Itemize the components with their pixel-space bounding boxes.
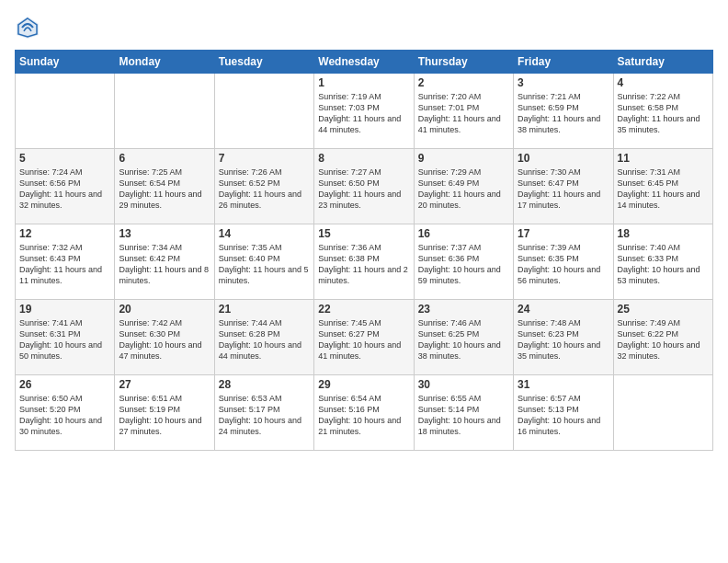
day-cell: 20Sunrise: 7:42 AM Sunset: 6:30 PM Dayli… (115, 300, 214, 375)
day-number: 1 (318, 76, 409, 89)
day-cell: 16Sunrise: 7:37 AM Sunset: 6:36 PM Dayli… (414, 224, 513, 300)
day-info: Sunrise: 7:35 AM Sunset: 6:40 PM Dayligh… (219, 242, 310, 287)
day-number: 26 (19, 378, 110, 391)
day-number: 5 (19, 152, 110, 165)
day-cell: 11Sunrise: 7:31 AM Sunset: 6:45 PM Dayli… (613, 149, 712, 224)
day-info: Sunrise: 7:20 AM Sunset: 7:01 PM Dayligh… (418, 91, 509, 136)
day-info: Sunrise: 7:49 AM Sunset: 6:22 PM Dayligh… (618, 317, 709, 362)
day-number: 4 (618, 76, 709, 89)
day-cell: 2Sunrise: 7:20 AM Sunset: 7:01 PM Daylig… (414, 74, 513, 149)
day-info: Sunrise: 7:45 AM Sunset: 6:27 PM Dayligh… (318, 317, 409, 362)
day-number: 8 (318, 152, 409, 165)
day-number: 20 (119, 303, 210, 316)
day-cell: 24Sunrise: 7:48 AM Sunset: 6:23 PM Dayli… (514, 300, 613, 375)
day-header-thursday: Thursday (414, 51, 513, 74)
day-info: Sunrise: 7:40 AM Sunset: 6:33 PM Dayligh… (618, 242, 709, 287)
day-cell: 12Sunrise: 7:32 AM Sunset: 6:43 PM Dayli… (16, 224, 115, 300)
week-row-2: 5Sunrise: 7:24 AM Sunset: 6:56 PM Daylig… (16, 149, 713, 224)
day-header-friday: Friday (514, 51, 613, 74)
day-header-monday: Monday (115, 51, 214, 74)
day-info: Sunrise: 7:31 AM Sunset: 6:45 PM Dayligh… (618, 167, 709, 212)
calendar-table: SundayMondayTuesdayWednesdayThursdayFrid… (15, 50, 713, 451)
day-cell: 17Sunrise: 7:39 AM Sunset: 6:35 PM Dayli… (514, 224, 613, 300)
day-cell (214, 74, 313, 149)
day-number: 9 (418, 152, 509, 165)
day-number: 19 (19, 303, 110, 316)
day-number: 3 (518, 76, 609, 89)
day-info: Sunrise: 7:37 AM Sunset: 6:36 PM Dayligh… (418, 242, 509, 287)
day-cell: 22Sunrise: 7:45 AM Sunset: 6:27 PM Dayli… (314, 300, 414, 375)
day-header-wednesday: Wednesday (314, 51, 414, 74)
day-cell (115, 74, 214, 149)
day-number: 15 (318, 227, 409, 240)
day-header-tuesday: Tuesday (214, 51, 313, 74)
day-number: 14 (219, 227, 310, 240)
day-cell: 3Sunrise: 7:21 AM Sunset: 6:59 PM Daylig… (514, 74, 613, 149)
day-info: Sunrise: 7:21 AM Sunset: 6:59 PM Dayligh… (518, 91, 609, 136)
day-number: 12 (19, 227, 110, 240)
day-cell: 9Sunrise: 7:29 AM Sunset: 6:49 PM Daylig… (414, 149, 513, 224)
page: SundayMondayTuesdayWednesdayThursdayFrid… (0, 0, 728, 563)
day-info: Sunrise: 6:53 AM Sunset: 5:17 PM Dayligh… (219, 393, 310, 438)
day-number: 24 (518, 303, 609, 316)
day-info: Sunrise: 7:44 AM Sunset: 6:28 PM Dayligh… (219, 317, 310, 362)
day-info: Sunrise: 7:27 AM Sunset: 6:50 PM Dayligh… (318, 167, 409, 212)
day-info: Sunrise: 7:39 AM Sunset: 6:35 PM Dayligh… (518, 242, 609, 287)
day-info: Sunrise: 6:51 AM Sunset: 5:19 PM Dayligh… (119, 393, 210, 438)
day-cell: 28Sunrise: 6:53 AM Sunset: 5:17 PM Dayli… (214, 375, 313, 451)
day-cell: 10Sunrise: 7:30 AM Sunset: 6:47 PM Dayli… (514, 149, 613, 224)
week-row-1: 1Sunrise: 7:19 AM Sunset: 7:03 PM Daylig… (16, 74, 713, 149)
day-number: 11 (618, 152, 709, 165)
day-info: Sunrise: 7:19 AM Sunset: 7:03 PM Dayligh… (318, 91, 409, 136)
day-cell: 15Sunrise: 7:36 AM Sunset: 6:38 PM Dayli… (314, 224, 414, 300)
day-number: 27 (119, 378, 210, 391)
day-number: 16 (418, 227, 509, 240)
day-number: 30 (418, 378, 509, 391)
week-row-3: 12Sunrise: 7:32 AM Sunset: 6:43 PM Dayli… (16, 224, 713, 300)
day-cell: 30Sunrise: 6:55 AM Sunset: 5:14 PM Dayli… (414, 375, 513, 451)
day-cell: 5Sunrise: 7:24 AM Sunset: 6:56 PM Daylig… (16, 149, 115, 224)
day-cell: 25Sunrise: 7:49 AM Sunset: 6:22 PM Dayli… (613, 300, 712, 375)
day-cell: 4Sunrise: 7:22 AM Sunset: 6:58 PM Daylig… (613, 74, 712, 149)
day-cell (613, 375, 712, 451)
day-number: 23 (418, 303, 509, 316)
day-number: 2 (418, 76, 509, 89)
logo (15, 15, 44, 40)
day-cell: 21Sunrise: 7:44 AM Sunset: 6:28 PM Dayli… (214, 300, 313, 375)
day-info: Sunrise: 7:22 AM Sunset: 6:58 PM Dayligh… (618, 91, 709, 136)
day-cell: 27Sunrise: 6:51 AM Sunset: 5:19 PM Dayli… (115, 375, 214, 451)
day-info: Sunrise: 7:25 AM Sunset: 6:54 PM Dayligh… (119, 167, 210, 212)
day-info: Sunrise: 7:24 AM Sunset: 6:56 PM Dayligh… (19, 167, 110, 212)
day-number: 22 (318, 303, 409, 316)
day-cell (16, 74, 115, 149)
day-number: 25 (618, 303, 709, 316)
day-number: 31 (518, 378, 609, 391)
week-row-5: 26Sunrise: 6:50 AM Sunset: 5:20 PM Dayli… (16, 375, 713, 451)
day-info: Sunrise: 7:34 AM Sunset: 6:42 PM Dayligh… (119, 242, 210, 287)
logo-icon (15, 15, 40, 40)
day-cell: 14Sunrise: 7:35 AM Sunset: 6:40 PM Dayli… (214, 224, 313, 300)
day-info: Sunrise: 7:36 AM Sunset: 6:38 PM Dayligh… (318, 242, 409, 287)
day-cell: 19Sunrise: 7:41 AM Sunset: 6:31 PM Dayli… (16, 300, 115, 375)
day-cell: 7Sunrise: 7:26 AM Sunset: 6:52 PM Daylig… (214, 149, 313, 224)
day-header-saturday: Saturday (613, 51, 712, 74)
day-number: 6 (119, 152, 210, 165)
week-row-4: 19Sunrise: 7:41 AM Sunset: 6:31 PM Dayli… (16, 300, 713, 375)
day-cell: 18Sunrise: 7:40 AM Sunset: 6:33 PM Dayli… (613, 224, 712, 300)
day-info: Sunrise: 7:46 AM Sunset: 6:25 PM Dayligh… (418, 317, 509, 362)
header-row: SundayMondayTuesdayWednesdayThursdayFrid… (16, 51, 713, 74)
day-info: Sunrise: 7:30 AM Sunset: 6:47 PM Dayligh… (518, 167, 609, 212)
day-info: Sunrise: 7:41 AM Sunset: 6:31 PM Dayligh… (19, 317, 110, 362)
day-info: Sunrise: 6:55 AM Sunset: 5:14 PM Dayligh… (418, 393, 509, 438)
day-number: 7 (219, 152, 310, 165)
day-cell: 6Sunrise: 7:25 AM Sunset: 6:54 PM Daylig… (115, 149, 214, 224)
day-number: 17 (518, 227, 609, 240)
day-number: 29 (318, 378, 409, 391)
day-info: Sunrise: 7:29 AM Sunset: 6:49 PM Dayligh… (418, 167, 509, 212)
day-info: Sunrise: 6:50 AM Sunset: 5:20 PM Dayligh… (19, 393, 110, 438)
day-number: 21 (219, 303, 310, 316)
day-cell: 8Sunrise: 7:27 AM Sunset: 6:50 PM Daylig… (314, 149, 414, 224)
day-number: 13 (119, 227, 210, 240)
day-cell: 29Sunrise: 6:54 AM Sunset: 5:16 PM Dayli… (314, 375, 414, 451)
day-info: Sunrise: 7:32 AM Sunset: 6:43 PM Dayligh… (19, 242, 110, 287)
